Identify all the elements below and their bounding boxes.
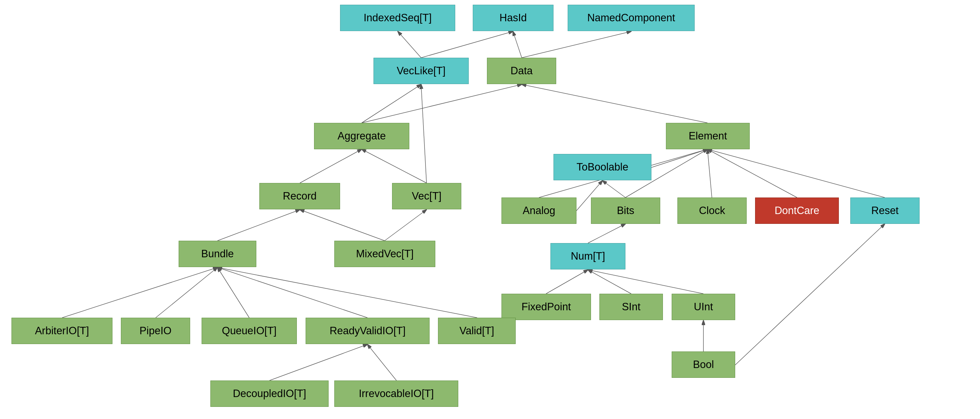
node-data: Data — [487, 58, 556, 84]
node-bits: Bits — [591, 197, 660, 224]
node-mixedvect: MixedVec[T] — [334, 241, 435, 267]
svg-line-18 — [603, 181, 625, 197]
node-arbiteriot: ArbiterIO[T] — [11, 318, 113, 344]
svg-line-2 — [421, 32, 513, 58]
svg-line-8 — [651, 149, 708, 167]
svg-line-21 — [300, 210, 385, 241]
svg-line-4 — [522, 32, 631, 58]
svg-line-32 — [218, 267, 477, 318]
node-uint: UInt — [672, 294, 735, 320]
svg-line-14 — [708, 149, 712, 197]
node-pipeio: PipeIO — [121, 318, 190, 344]
node-namedcomponent: NamedComponent — [568, 5, 695, 31]
svg-line-19 — [588, 224, 625, 243]
node-clock: Clock — [678, 197, 747, 224]
svg-line-33 — [269, 344, 368, 381]
node-record: Record — [259, 183, 340, 210]
svg-line-28 — [62, 267, 218, 318]
node-validt: Valid[T] — [438, 318, 515, 344]
svg-line-30 — [218, 267, 249, 318]
node-vecliket: VecLike[T] — [374, 58, 469, 84]
svg-line-9 — [300, 149, 362, 183]
node-sint: SInt — [600, 294, 663, 320]
node-element: Element — [666, 123, 750, 149]
node-bool: Bool — [672, 351, 735, 378]
svg-line-5 — [362, 84, 421, 123]
node-analog: Analog — [501, 197, 576, 224]
node-vect: Vec[T] — [392, 183, 461, 210]
node-indexedseqt: IndexedSeq[T] — [340, 5, 455, 31]
svg-line-1 — [398, 32, 421, 58]
node-toboolable: ToBoolable — [554, 154, 651, 180]
node-decouplediot: DecoupledIO[T] — [210, 381, 329, 407]
svg-line-20 — [218, 210, 300, 241]
svg-line-25 — [588, 270, 703, 294]
svg-line-15 — [708, 149, 797, 197]
node-fixedpoint: FixedPoint — [501, 294, 591, 320]
node-irrevocableiot: IrrevocableIO[T] — [334, 381, 458, 407]
svg-line-10 — [362, 149, 426, 183]
svg-line-24 — [588, 270, 631, 294]
node-hasid: HasId — [473, 5, 554, 31]
svg-line-3 — [513, 32, 522, 58]
svg-line-34 — [368, 344, 396, 381]
diagram-container: IndexedSeq[T]HasIdNamedComponentVecLike[… — [0, 0, 980, 419]
svg-line-29 — [156, 267, 218, 318]
svg-line-6 — [362, 84, 522, 123]
node-readyvalidiot: ReadyValidIO[T] — [305, 318, 430, 344]
node-numt: Num[T] — [550, 243, 625, 270]
svg-line-7 — [522, 84, 708, 123]
svg-line-11 — [421, 84, 426, 183]
svg-line-31 — [218, 267, 368, 318]
svg-line-27 — [735, 224, 885, 365]
node-aggregate: Aggregate — [314, 123, 409, 149]
svg-line-16 — [708, 149, 885, 197]
node-reset: Reset — [850, 197, 920, 224]
node-dontcare: DontCare — [755, 197, 839, 224]
node-queueiot: QueueIO[T] — [202, 318, 297, 344]
svg-line-22 — [385, 210, 426, 241]
svg-line-23 — [546, 270, 588, 294]
node-bundle: Bundle — [179, 241, 256, 267]
